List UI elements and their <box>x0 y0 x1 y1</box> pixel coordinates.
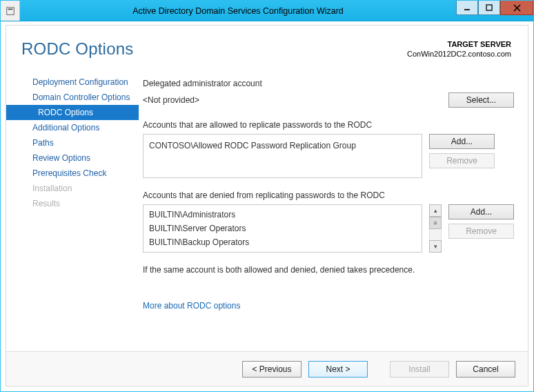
wizard-nav: Deployment Configuration Domain Controll… <box>6 68 139 311</box>
nav-paths[interactable]: Paths <box>6 135 139 150</box>
scroll-track[interactable] <box>429 229 442 240</box>
window-title: Active Directory Domain Services Configu… <box>20 6 456 16</box>
svg-rect-0 <box>6 7 14 14</box>
nav-prerequisites-check[interactable]: Prerequisites Check <box>6 166 139 181</box>
list-item[interactable]: BUILTIN\Server Operators <box>149 222 416 235</box>
nav-additional-options[interactable]: Additional Options <box>6 120 139 135</box>
scroll-up-icon[interactable]: ▴ <box>429 204 442 217</box>
allowed-add-button[interactable]: Add... <box>429 134 495 149</box>
minimize-button[interactable] <box>456 0 478 15</box>
wizard-panel: RODC Options TARGET SERVER ConWin2012DC2… <box>6 25 528 386</box>
install-button: Install <box>390 361 449 378</box>
close-button[interactable] <box>500 0 533 15</box>
previous-button[interactable]: < Previous <box>242 361 301 378</box>
target-server-value: ConWin2012DC2.contoso.com <box>407 49 511 59</box>
more-about-link[interactable]: More about RODC options <box>143 301 240 311</box>
system-menu-icon[interactable] <box>1 1 20 21</box>
main-pane: Delegated administrator account <Not pro… <box>139 68 514 311</box>
nav-results: Results <box>6 196 139 211</box>
title-bar: Active Directory Domain Services Configu… <box>1 1 533 21</box>
target-server-label: TARGET SERVER <box>407 39 511 49</box>
denied-remove-button: Remove <box>448 224 514 239</box>
page-title: RODC Options <box>21 39 133 59</box>
precedence-note: If the same account is both allowed and … <box>143 265 514 275</box>
denied-scrollbar[interactable]: ▴ ≡ ▾ <box>429 204 442 253</box>
nav-installation: Installation <box>6 181 139 196</box>
delegated-admin-label: Delegated administrator account <box>143 79 514 88</box>
denied-accounts-list[interactable]: BUILTIN\Administrators BUILTIN\Server Op… <box>143 204 422 253</box>
nav-deployment-configuration[interactable]: Deployment Configuration <box>6 75 139 90</box>
cancel-button[interactable]: Cancel <box>456 361 515 378</box>
window-controls <box>456 1 533 21</box>
select-button[interactable]: Select... <box>448 92 514 108</box>
list-item[interactable]: BUILTIN\Backup Operators <box>149 235 416 249</box>
denied-accounts-label: Accounts that are denied from replicatin… <box>143 190 514 200</box>
nav-rodc-options[interactable]: RODC Options <box>6 105 139 120</box>
wizard-footer: < Previous Next > Install Cancel <box>6 351 528 386</box>
allowed-remove-button: Remove <box>429 153 495 168</box>
list-item[interactable]: BUILTIN\Administrators <box>149 208 416 222</box>
list-item[interactable]: CONTOSO\Allowed RODC Password Replicatio… <box>149 139 416 153</box>
next-button[interactable]: Next > <box>308 361 368 378</box>
nav-domain-controller-options[interactable]: Domain Controller Options <box>6 90 139 105</box>
target-server-block: TARGET SERVER ConWin2012DC2.contoso.com <box>407 39 511 59</box>
maximize-button[interactable] <box>478 0 500 15</box>
svg-rect-1 <box>8 8 12 10</box>
svg-rect-3 <box>486 5 492 10</box>
svg-rect-2 <box>464 9 470 10</box>
scroll-thumb[interactable]: ≡ <box>429 217 442 229</box>
allowed-accounts-list[interactable]: CONTOSO\Allowed RODC Password Replicatio… <box>143 134 422 178</box>
denied-add-button[interactable]: Add... <box>448 204 514 219</box>
allowed-accounts-label: Accounts that are allowed to replicate p… <box>143 120 514 130</box>
nav-review-options[interactable]: Review Options <box>6 150 139 166</box>
scroll-down-icon[interactable]: ▾ <box>429 240 442 253</box>
delegated-admin-value: <Not provided> <box>143 95 364 105</box>
